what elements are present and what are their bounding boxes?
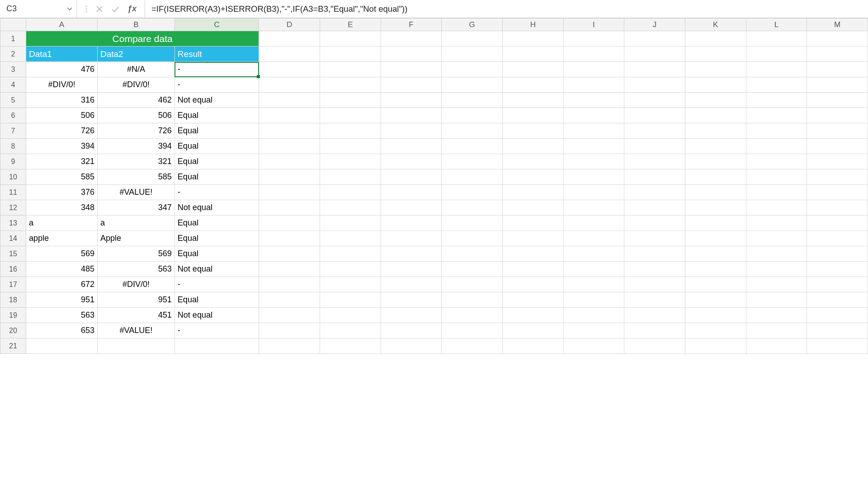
col-header-D[interactable]: D bbox=[259, 19, 320, 31]
cell-C11[interactable]: - bbox=[175, 185, 259, 200]
cell-blank[interactable] bbox=[746, 47, 807, 62]
cell-blank[interactable] bbox=[624, 31, 685, 47]
cell-blank[interactable] bbox=[563, 139, 624, 154]
cell-blank[interactable] bbox=[320, 338, 381, 354]
cell-blank[interactable] bbox=[381, 31, 442, 47]
cell-blank[interactable] bbox=[259, 216, 320, 231]
cell-blank[interactable] bbox=[381, 308, 442, 323]
cell-blank[interactable] bbox=[320, 139, 381, 154]
cell-blank[interactable] bbox=[381, 277, 442, 292]
cell-blank[interactable] bbox=[320, 292, 381, 308]
cell-blank[interactable] bbox=[381, 338, 442, 354]
col-header-H[interactable]: H bbox=[502, 19, 563, 31]
cell-blank[interactable] bbox=[563, 154, 624, 169]
cell-B8[interactable]: 394 bbox=[97, 139, 175, 154]
col-header-B[interactable]: B bbox=[97, 19, 175, 31]
cell-blank[interactable] bbox=[746, 62, 807, 77]
cell-blank[interactable] bbox=[685, 338, 746, 354]
cell-blank[interactable] bbox=[624, 323, 685, 338]
row-header-4[interactable]: 4 bbox=[0, 77, 26, 93]
col-header-C[interactable]: C bbox=[175, 19, 259, 31]
cell-C6[interactable]: Equal bbox=[175, 108, 259, 123]
cell-A12[interactable]: 348 bbox=[26, 200, 97, 216]
cell-blank[interactable] bbox=[563, 216, 624, 231]
cell-blank[interactable] bbox=[502, 231, 563, 246]
cell-blank[interactable] bbox=[746, 169, 807, 185]
cell-blank[interactable] bbox=[502, 185, 563, 200]
cell-blank[interactable] bbox=[442, 77, 503, 93]
cell-B4[interactable]: #DIV/0! bbox=[97, 77, 175, 93]
cell-B12[interactable]: 347 bbox=[97, 200, 175, 216]
row-header-15[interactable]: 15 bbox=[0, 246, 26, 262]
cell-blank[interactable] bbox=[685, 323, 746, 338]
cell-blank[interactable] bbox=[624, 93, 685, 108]
cell-blank[interactable] bbox=[381, 108, 442, 123]
cell-blank[interactable] bbox=[746, 108, 807, 123]
cell-blank[interactable] bbox=[442, 338, 503, 354]
cell-blank[interactable] bbox=[442, 185, 503, 200]
cell-blank[interactable] bbox=[502, 77, 563, 93]
cell-blank[interactable] bbox=[807, 185, 868, 200]
cell-blank[interactable] bbox=[746, 139, 807, 154]
cell-C16[interactable]: Not equal bbox=[175, 262, 259, 277]
cell-B17[interactable]: #DIV/0! bbox=[97, 277, 175, 292]
cell-C14[interactable]: Equal bbox=[175, 231, 259, 246]
cell-blank[interactable] bbox=[320, 169, 381, 185]
col-header-F[interactable]: F bbox=[381, 19, 442, 31]
row-header-7[interactable]: 7 bbox=[0, 123, 26, 139]
cell-blank[interactable] bbox=[502, 154, 563, 169]
cell-blank[interactable] bbox=[807, 262, 868, 277]
cell-blank[interactable] bbox=[381, 169, 442, 185]
cell-blank[interactable] bbox=[320, 123, 381, 139]
cell-blank[interactable] bbox=[685, 246, 746, 262]
cell-blank[interactable] bbox=[807, 277, 868, 292]
cell-A6[interactable]: 506 bbox=[26, 108, 97, 123]
row-header-3[interactable]: 3 bbox=[0, 62, 26, 77]
cell-blank[interactable] bbox=[502, 277, 563, 292]
cell-C17[interactable]: - bbox=[175, 277, 259, 292]
cell-blank[interactable] bbox=[259, 31, 320, 47]
cell-blank[interactable] bbox=[259, 169, 320, 185]
cell-blank[interactable] bbox=[563, 323, 624, 338]
cancel-icon[interactable] bbox=[96, 5, 103, 13]
cell-blank[interactable] bbox=[259, 108, 320, 123]
cell-blank[interactable] bbox=[563, 246, 624, 262]
cell-blank[interactable] bbox=[746, 216, 807, 231]
cell-A14[interactable]: apple bbox=[26, 231, 97, 246]
cell-blank[interactable] bbox=[624, 77, 685, 93]
cell-blank[interactable] bbox=[746, 185, 807, 200]
cell-blank[interactable] bbox=[259, 47, 320, 62]
cell-blank[interactable] bbox=[685, 77, 746, 93]
row-header-13[interactable]: 13 bbox=[0, 216, 26, 231]
row-header-18[interactable]: 18 bbox=[0, 292, 26, 308]
cell-blank[interactable] bbox=[563, 185, 624, 200]
cell-blank[interactable] bbox=[259, 308, 320, 323]
cell-blank[interactable] bbox=[442, 62, 503, 77]
cell-B13[interactable]: a bbox=[97, 216, 175, 231]
sub-header-b[interactable]: Data2 bbox=[97, 47, 175, 62]
cell-A19[interactable]: 563 bbox=[26, 308, 97, 323]
cell-blank[interactable] bbox=[259, 154, 320, 169]
cell-blank[interactable] bbox=[502, 169, 563, 185]
cell-blank[interactable] bbox=[320, 62, 381, 77]
cell-blank[interactable] bbox=[259, 185, 320, 200]
cell-blank[interactable] bbox=[563, 123, 624, 139]
cell-B19[interactable]: 451 bbox=[97, 308, 175, 323]
cell-blank[interactable] bbox=[624, 154, 685, 169]
cell-blank[interactable] bbox=[320, 93, 381, 108]
cell-C10[interactable]: Equal bbox=[175, 169, 259, 185]
cell-blank[interactable] bbox=[502, 246, 563, 262]
cell-blank[interactable] bbox=[746, 338, 807, 354]
cell-blank[interactable] bbox=[563, 277, 624, 292]
cell-A7[interactable]: 726 bbox=[26, 123, 97, 139]
cell-blank[interactable] bbox=[320, 231, 381, 246]
cell-blank[interactable] bbox=[381, 231, 442, 246]
fx-icon[interactable]: ƒx bbox=[127, 4, 137, 14]
cell-C21[interactable] bbox=[175, 338, 259, 354]
cell-blank[interactable] bbox=[320, 308, 381, 323]
cell-blank[interactable] bbox=[563, 108, 624, 123]
cell-blank[interactable] bbox=[381, 292, 442, 308]
cell-blank[interactable] bbox=[259, 246, 320, 262]
cell-blank[interactable] bbox=[381, 62, 442, 77]
confirm-icon[interactable] bbox=[111, 5, 119, 13]
